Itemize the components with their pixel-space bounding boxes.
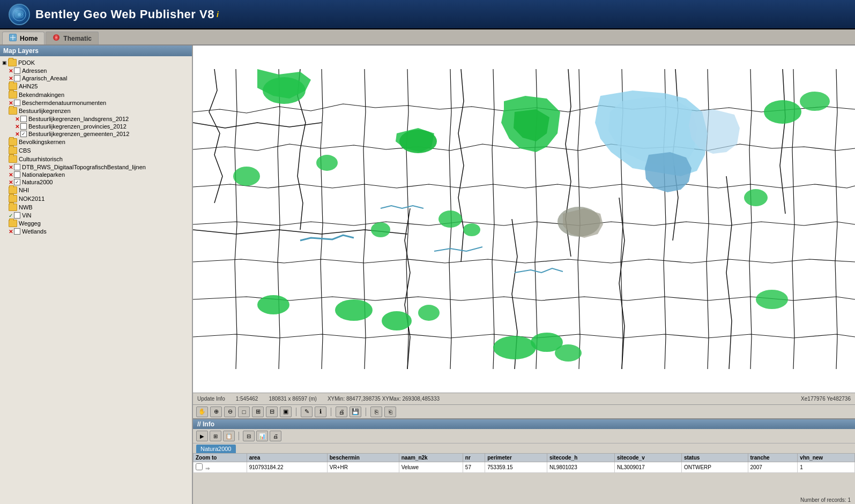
export-tool[interactable]: 💾: [350, 407, 361, 417]
info-table-container[interactable]: Zoom to area beschermin naam_n2k nr peri…: [193, 453, 855, 496]
svg-point-20: [382, 311, 412, 330]
cell-naam-n2k: Veluwe: [399, 462, 463, 473]
layer-label: CBS: [19, 147, 31, 154]
layer-label: Wetlands: [22, 228, 47, 235]
layer-dtb[interactable]: ✕ DTB_RWS_DigitaalTopografischBestand_li…: [0, 163, 192, 171]
print-tool[interactable]: 🖨: [336, 407, 347, 417]
layer-nhi[interactable]: NHI: [0, 186, 192, 194]
cell-zoom: ⇒: [194, 462, 247, 473]
info-header: // Info: [193, 419, 855, 429]
layer-checkbox[interactable]: [14, 100, 20, 106]
layer-bestuurlijk[interactable]: Bestuurlijkegrenzen: [0, 107, 192, 115]
layer-bescherm[interactable]: ✕ Beschermdenatuurmonumenten: [0, 99, 192, 107]
info-btn-table[interactable]: ⊟: [243, 431, 255, 441]
layer-label: Bevolkingskernen: [19, 139, 65, 145]
layer-checkbox[interactable]: [20, 131, 27, 137]
zoom-extent-tool[interactable]: □: [238, 407, 250, 417]
layer-label: Beschermdenatuurmonumenten: [22, 100, 106, 106]
info-btn-export[interactable]: 📊: [256, 431, 268, 441]
zoom-layer-tool[interactable]: ▣: [280, 407, 292, 417]
map-canvas[interactable]: [193, 46, 855, 393]
right-section: Update Info 1:545462 180831 x 86597 (m) …: [193, 46, 855, 504]
layers-list[interactable]: ▣ PDOK ✕ Adressen ✕ Agrarisch_Areaal AHN…: [0, 56, 192, 504]
layer-bestuurlijk-gem[interactable]: ✕ Bestuurlijkegrenzen_gemeenten_2012: [0, 130, 192, 138]
col-status: status: [681, 454, 748, 462]
layer-agrarisch[interactable]: ✕ Agrarisch_Areaal: [0, 74, 192, 82]
layer-adressen[interactable]: ✕ Adressen: [0, 67, 192, 74]
folder-icon: [9, 107, 17, 115]
layer-checkbox[interactable]: [20, 123, 27, 130]
layer-nok2011[interactable]: NOK2011: [0, 194, 192, 203]
layer-checkbox[interactable]: [14, 212, 20, 219]
zoom-next-tool[interactable]: ⊟: [266, 407, 278, 417]
svg-point-28: [744, 189, 768, 206]
layer-bestuurlijk-prov[interactable]: ✕ Bestuurlijkegrenzen_provincies_2012: [0, 123, 192, 130]
copy-tool[interactable]: ⎘: [370, 407, 382, 417]
info-tabs-bar: Natura2000: [193, 443, 855, 453]
layer-natura2000[interactable]: ✕ Natura2000: [0, 178, 192, 186]
layer-checkbox[interactable]: [14, 67, 20, 74]
check-icon: ✓: [9, 213, 13, 219]
layer-label: NWB: [19, 204, 33, 210]
layer-weggeg[interactable]: Weggeg: [0, 219, 192, 228]
identify-tool[interactable]: ✎: [301, 407, 313, 417]
layer-wetlands[interactable]: ✕ Wetlands: [0, 228, 192, 235]
toolbar-separator: [296, 408, 296, 416]
layer-label: AHN25: [19, 83, 38, 89]
zoom-prev-tool[interactable]: ⊞: [252, 407, 264, 417]
layer-checkbox[interactable]: [14, 75, 20, 81]
layer-checkbox[interactable]: [14, 228, 20, 235]
layer-nwb[interactable]: NWB: [0, 203, 192, 212]
layer-label: NHI: [19, 187, 29, 193]
tab-home-label: Home: [20, 35, 38, 42]
map-panel: Update Info 1:545462 180831 x 86597 (m) …: [193, 46, 855, 418]
layer-cultuur[interactable]: Cultuurhistorisch: [0, 155, 192, 163]
layer-label: NOK2011: [19, 195, 44, 202]
layer-label: DTB_RWS_DigitaalTopografischBestand_lijn…: [22, 164, 146, 170]
zoom-out-tool[interactable]: ⊖: [224, 407, 236, 417]
layer-checkbox[interactable]: [14, 179, 20, 185]
layer-ahn25[interactable]: AHN25: [0, 82, 192, 91]
layer-bestuurlijk-land[interactable]: ✕ Bestuurlijkegrenzen_landsgrens_2012: [0, 115, 192, 123]
info-tool[interactable]: ℹ: [315, 407, 326, 417]
tab-thematic[interactable]: Thematic: [46, 32, 99, 44]
x-icon: ✕: [15, 124, 19, 130]
layer-label: Nationaleparken: [22, 171, 65, 178]
layer-label: Bestuurlijkegrenzen: [19, 108, 71, 114]
svg-point-18: [463, 223, 480, 236]
svg-point-15: [316, 155, 338, 171]
map-svg: [193, 46, 855, 393]
layer-pdok[interactable]: ▣ PDOK: [0, 58, 192, 67]
info-btn-3[interactable]: 📋: [223, 431, 235, 441]
dimensions-display: 180831 x 86597 (m): [269, 396, 317, 402]
update-info[interactable]: Update Info: [197, 396, 225, 402]
layer-vin[interactable]: ✓ ViN: [0, 212, 192, 219]
info-btn-1[interactable]: ▶: [196, 431, 208, 441]
info-btn-print[interactable]: 🖨: [270, 431, 281, 441]
svg-point-25: [555, 344, 582, 362]
x-icon: ✕: [9, 229, 13, 235]
svg-point-13: [399, 130, 437, 153]
x-icon: ✕: [9, 179, 13, 185]
info-btn-2[interactable]: ⊞: [210, 431, 221, 441]
info-marker: i: [217, 10, 219, 19]
col-zoom: Zoom to: [194, 454, 247, 462]
pan-tool[interactable]: ✋: [196, 407, 208, 417]
layer-checkbox[interactable]: [14, 164, 20, 170]
layer-bekendmakingen[interactable]: Bekendmakingen: [0, 91, 192, 99]
share-tool[interactable]: ⎗: [384, 407, 396, 417]
layer-checkbox[interactable]: [14, 171, 20, 178]
table-row[interactable]: ⇒ 910793184.22 VR+HR Veluwe 57 753359.15…: [194, 462, 855, 473]
layer-checkbox[interactable]: [20, 116, 27, 122]
info-tab-natura2000[interactable]: Natura2000: [196, 445, 236, 453]
left-panel: Map Layers ▣ PDOK ✕ Adressen ✕ Agrarisch…: [0, 46, 193, 504]
layer-bevolking[interactable]: Bevolkingskernen: [0, 138, 192, 146]
zoom-in-tool[interactable]: ⊕: [210, 407, 222, 417]
layer-cbs[interactable]: CBS: [0, 146, 192, 155]
layer-npark[interactable]: ✕ Nationaleparken: [0, 171, 192, 178]
layer-label: Bestuurlijkegrenzen_gemeenten_2012: [28, 131, 129, 137]
row-checkbox[interactable]: [196, 463, 203, 470]
col-nr: nr: [463, 454, 485, 462]
col-vhn-new: vhn_new: [798, 454, 855, 462]
tab-home[interactable]: Home: [2, 32, 44, 44]
